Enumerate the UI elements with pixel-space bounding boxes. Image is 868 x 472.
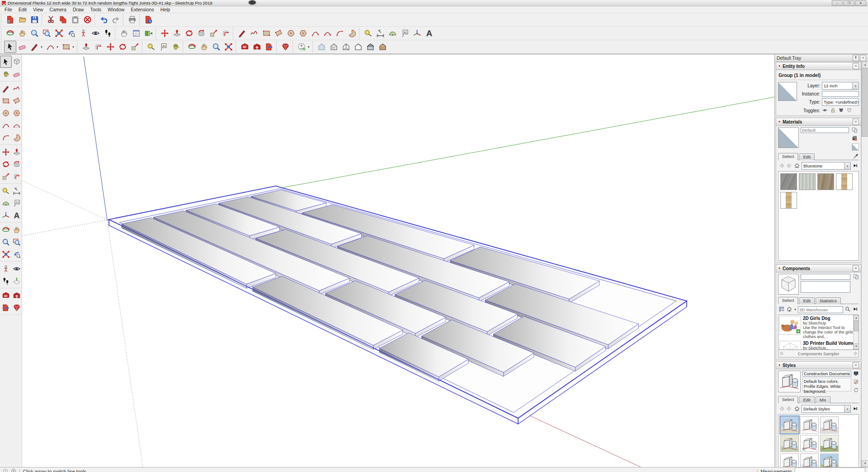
type-dropdown[interactable]: Type: <undefined>▼	[822, 98, 859, 106]
entity-info-header[interactable]: ▼ Entity Info ×	[776, 62, 861, 70]
toggle-dark-icon[interactable]	[838, 107, 844, 114]
chevron-down-icon[interactable]: ▼	[852, 82, 859, 89]
text-icon[interactable]: A1	[11, 197, 23, 209]
pin-icon[interactable]	[853, 55, 859, 61]
shaded-icon[interactable]	[364, 41, 377, 53]
material-swatch-stone-brown[interactable]	[817, 173, 834, 190]
arc2-icon[interactable]	[11, 119, 23, 131]
zoom-extents-icon[interactable]	[222, 41, 235, 53]
rotate-icon[interactable]	[183, 27, 195, 39]
push-pull-icon[interactable]	[80, 41, 92, 53]
select-icon[interactable]	[0, 56, 12, 68]
orbit-icon[interactable]	[186, 41, 198, 53]
export-util-icon[interactable]	[142, 27, 155, 39]
scroll-thumb[interactable]	[854, 320, 859, 331]
scroll-down-icon[interactable]: ▼	[862, 460, 868, 467]
tab-statistics[interactable]: Statistics	[816, 297, 841, 304]
look-around-icon[interactable]	[11, 262, 23, 275]
share-model-icon[interactable]	[251, 41, 263, 53]
chevron-down-icon[interactable]: ▼	[56, 46, 59, 48]
axes-icon[interactable]	[0, 209, 12, 221]
arc-icon[interactable]	[0, 119, 12, 131]
materials-collection-dropdown[interactable]: Bluestone▼	[802, 162, 851, 170]
scale-icon[interactable]	[129, 41, 141, 53]
tape-icon[interactable]	[0, 185, 12, 197]
components-header[interactable]: ▼ Components ×	[776, 264, 861, 272]
materials-header[interactable]: ▼ Materials ×	[776, 118, 861, 126]
minimize-button[interactable]: –	[832, 0, 843, 6]
display-options-icon[interactable]	[853, 371, 859, 377]
text-icon[interactable]: A1	[399, 27, 411, 39]
walk-icon[interactable]	[0, 275, 12, 287]
zoom-extents-icon[interactable]	[0, 248, 12, 260]
follow-me-icon[interactable]	[195, 27, 208, 39]
paint-bucket-icon[interactable]	[170, 41, 182, 53]
offset-icon[interactable]	[11, 170, 23, 182]
send-layout-icon[interactable]	[263, 41, 275, 53]
zoom-window-icon[interactable]	[11, 236, 23, 248]
tray-close-icon[interactable]: ×	[860, 55, 866, 61]
account-icon[interactable]	[296, 41, 308, 53]
menu-file[interactable]: File	[1, 7, 15, 12]
rot-rect-icon[interactable]	[11, 95, 23, 107]
zoom-extents-icon[interactable]	[53, 27, 65, 39]
print-icon[interactable]	[126, 14, 138, 26]
hand-util-icon[interactable]	[118, 27, 130, 39]
credits-icon[interactable]	[11, 468, 16, 472]
close-icon[interactable]: ×	[853, 119, 859, 125]
rotate-icon[interactable]	[117, 41, 129, 53]
rotate-icon[interactable]	[0, 158, 12, 170]
circle-t-icon[interactable]	[285, 27, 297, 39]
style-tile-7[interactable]	[780, 453, 799, 467]
chevron-down-icon[interactable]: ▼	[40, 46, 43, 48]
arc-icon[interactable]	[309, 27, 321, 39]
offset-icon[interactable]	[220, 27, 232, 39]
secondary-pane-icon[interactable]	[853, 274, 859, 281]
freehand-icon[interactable]	[11, 82, 23, 95]
pie-icon[interactable]	[346, 27, 358, 39]
style-tile-2[interactable]	[800, 416, 819, 434]
send-layout-icon[interactable]	[0, 301, 12, 314]
text3d-icon[interactable]	[11, 209, 23, 221]
back-arrow-icon[interactable]	[778, 405, 785, 413]
materials-list[interactable]	[778, 171, 859, 261]
forward-arrow-icon[interactable]	[853, 351, 859, 357]
tape-icon[interactable]	[362, 27, 374, 39]
style-tile-6[interactable]	[820, 435, 839, 452]
orbit-icon[interactable]	[4, 27, 16, 39]
eraser-icon[interactable]	[11, 68, 23, 80]
menu-edit[interactable]: Edit	[15, 7, 30, 12]
menu-window[interactable]: Window	[104, 7, 127, 12]
chevron-down-icon[interactable]: ▼	[307, 46, 310, 48]
edit-style-icon[interactable]	[853, 379, 859, 386]
protractor-icon[interactable]	[387, 27, 399, 39]
layer-dropdown[interactable]: 12 inch▼	[822, 82, 859, 90]
previous-icon[interactable]	[11, 248, 23, 260]
share-model-icon[interactable]	[11, 289, 23, 301]
tab-edit[interactable]: Edit	[799, 396, 814, 403]
push-pull-icon[interactable]	[171, 27, 183, 39]
chevron-down-icon[interactable]: ▼	[794, 308, 797, 311]
style-tile-5[interactable]	[800, 435, 819, 452]
material-swatch-stone-striped[interactable]	[799, 173, 816, 190]
component-desc-field[interactable]	[801, 281, 850, 293]
styles-header[interactable]: ▼ Styles ×	[776, 361, 861, 369]
protractor-icon[interactable]	[0, 197, 12, 209]
dimension-icon[interactable]	[374, 27, 387, 39]
walk-icon[interactable]	[102, 27, 114, 39]
dimension-icon[interactable]	[11, 185, 23, 197]
material-swatch-plank[interactable]	[836, 173, 853, 190]
back-arrow-icon[interactable]	[778, 162, 785, 170]
create-material-icon[interactable]	[852, 135, 859, 142]
tab-mix[interactable]: Mix	[816, 396, 830, 403]
tab-select[interactable]: Select	[778, 153, 798, 160]
undo-icon[interactable]	[98, 14, 110, 26]
close-icon[interactable]: ×	[853, 362, 859, 368]
material-swatch-stone-dark[interactable]	[780, 173, 797, 190]
pan-icon[interactable]	[11, 224, 23, 236]
pan-icon[interactable]	[16, 27, 28, 39]
scroll-down-icon[interactable]: ▼	[854, 343, 859, 349]
search-icon[interactable]	[844, 306, 851, 313]
scroll-up-icon[interactable]: ▲	[862, 62, 868, 68]
scale-icon[interactable]	[0, 170, 12, 182]
